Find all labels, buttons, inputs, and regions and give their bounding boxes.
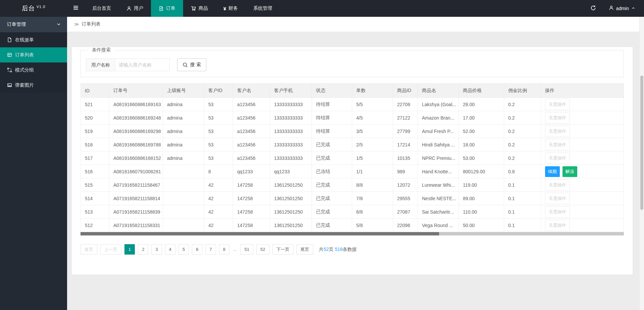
nav-item-商品[interactable]: 商品 [183,0,216,17]
page-button-尾页[interactable]: 尾页 [297,244,313,255]
cell-customer_name: a123456 [233,151,270,165]
cell-parent [163,219,204,232]
unfreeze-button[interactable]: 解冻 [562,166,577,177]
cell-count: 3/5 [352,125,393,138]
nav-item-订单[interactable]: 订单 [151,0,183,17]
horizontal-scrollbar-thumb[interactable] [80,232,439,235]
cell-order_no: A07191658211158467 [109,178,163,192]
cell-customer_id: 42 [204,192,233,205]
column-header: 佣金比例 [504,84,541,98]
refresh-button[interactable] [584,0,603,17]
summary-total-pages: 52 [324,247,329,252]
document-icon [159,6,164,11]
cell-product_name: Hand Knotte... [418,165,459,178]
cell-actions: 无需操作 [541,219,624,232]
cell-status: 已完成 [312,205,352,219]
sidebar-item-模式分组[interactable]: 模式分组 [0,62,67,78]
cell-status: 待结算 [312,125,352,138]
sidebar-group-label: 订单管理 [7,21,26,28]
nav-item-后台首页[interactable]: 后台首页 [85,0,119,17]
sidebar-item-订单列表[interactable]: 订单列表 [0,47,67,62]
column-header: 状态 [312,84,352,98]
page-button-上一页: 上一页 [100,244,121,255]
nav-item-label: 商品 [199,5,208,11]
cell-id: 518 [81,138,109,151]
page-button-4[interactable]: 4 [165,244,175,255]
cell-order_no: A08191660886168152 [109,151,163,165]
cell-order_no: A08191660886169163 [109,98,163,111]
cell-ratio: 0.1 [504,192,541,205]
table-row: 513A071916582111588394214725813612501250… [81,205,624,219]
page-button-7[interactable]: 7 [205,244,216,255]
cell-parent: admina [163,138,204,151]
cell-customer_id: 53 [204,151,233,165]
column-header: 客户手机 [270,84,312,98]
cell-status: 已完成 [312,138,352,151]
sidebar-item-弹窗图片[interactable]: 弹窗图片 [0,78,67,93]
cell-phone: 13612501250 [270,219,312,232]
list-icon [7,52,12,57]
column-header: 商品名 [418,84,459,98]
file-icon [7,37,12,42]
logo-text: 后台 [22,4,35,13]
cell-customer_id: 8 [204,165,233,178]
content-area: ≫ 订单列表 条件搜索 用户名称 搜 索 [67,17,644,274]
username-input[interactable] [115,58,170,71]
cell-ratio: 0.1 [504,219,541,232]
search-button[interactable]: 搜 索 [177,58,206,71]
cell-id: 516 [81,165,109,178]
table-row: 514A071916582111588144214725813612501250… [81,192,624,205]
cell-price: 800129.00 [459,165,504,178]
page-button-下一页[interactable]: 下一页 [272,244,293,255]
cell-price: 18.00 [459,138,504,151]
cell-count: 1/5 [352,151,393,165]
cell-phone: qq1233 [270,165,312,178]
user-icon [126,6,131,11]
image-icon [7,83,12,88]
page-button-5[interactable]: 5 [178,244,189,255]
page-button-6[interactable]: 6 [192,244,202,255]
cell-customer_id: 53 [204,125,233,138]
page-button-3[interactable]: 3 [151,244,162,255]
group-icon [7,68,12,73]
sidebar-item-label: 模式分组 [15,67,34,73]
cell-parent [163,165,204,178]
top-navigation: 后台首页用户订单商品¥财务系统管理 [85,0,280,17]
no-action-button: 无需操作 [545,206,570,218]
page-button-8[interactable]: 8 [219,244,229,255]
page-button-51[interactable]: 51 [240,244,253,255]
cell-customer_name: a123456 [233,111,270,125]
cell-id: 517 [81,151,109,165]
sidebar-item-label: 弹窗图片 [15,82,34,88]
admin-menu[interactable]: admin [603,0,644,17]
cell-ratio: 0.1 [504,205,541,219]
cell-count: 8/8 [352,178,393,192]
table-row: 519A08191660886169298admina53a1234561333… [81,125,624,138]
cell-price: 53.00 [459,151,504,165]
vertical-scrollbar-thumb[interactable] [640,76,643,210]
cell-product_id: 27799 [393,125,418,138]
sidebar-group-order-management[interactable]: 订单管理 [0,17,67,32]
cell-count: 7/8 [352,192,393,205]
cell-id: 514 [81,192,109,205]
sidebar-item-在线派单[interactable]: 在线派单 [0,32,67,47]
cell-price: 50.00 [459,219,504,232]
cell-order_no: A07191658211158331 [109,219,163,232]
page-button-52[interactable]: 52 [256,244,269,255]
nav-item-系统管理[interactable]: 系统管理 [246,0,280,17]
renew-button[interactable]: 续期 [545,166,560,177]
logo-version: V1.0 [37,5,46,9]
nav-item-用户[interactable]: 用户 [119,0,151,17]
no-action-button: 无需操作 [545,126,570,137]
page-button-2[interactable]: 2 [138,244,148,255]
cell-customer_name: 147258 [233,205,270,219]
nav-item-财务[interactable]: ¥财务 [216,0,246,17]
cell-customer_name: a123456 [233,98,270,111]
hamburger-icon [73,5,79,12]
cell-ratio: 0.1 [504,178,541,192]
app-logo: 后台 V1.0 [0,0,67,17]
summary-prefix: 共 [319,247,324,252]
cell-customer_name: a123456 [233,125,270,138]
menu-toggle-button[interactable] [67,0,85,17]
user-icon [609,5,614,11]
